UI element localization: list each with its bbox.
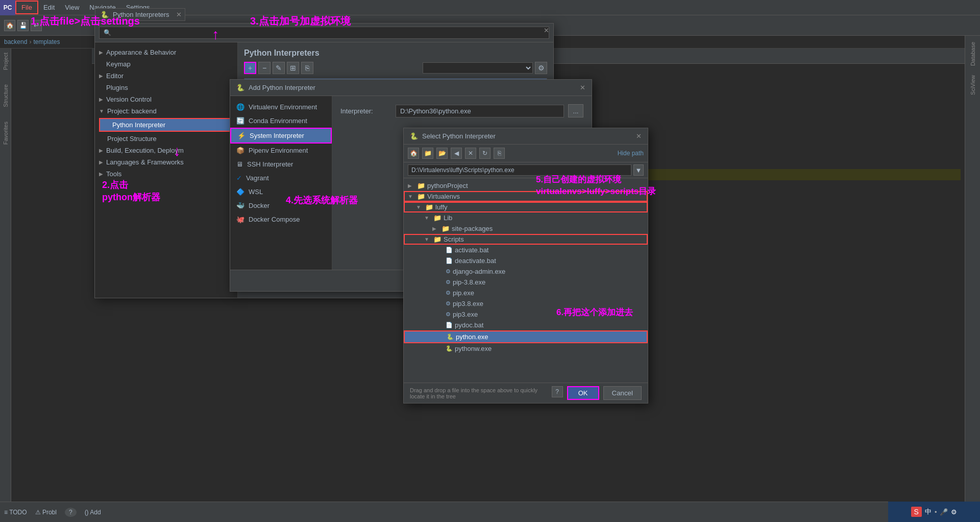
si-new-folder-button[interactable]: 📂 (436, 148, 448, 159)
toolbar-btn-1[interactable]: 🏠 (4, 20, 15, 31)
sidebar-tab-sciview[interactable]: SciView (968, 71, 978, 99)
select-interp-help-button[interactable]: ? (552, 386, 563, 397)
tree-scripts[interactable]: ▼ 📁 Scripts (404, 234, 648, 245)
pipenv-label: Pipenv Environment (249, 147, 308, 154)
interpreter-path-input[interactable] (396, 105, 564, 117)
vtab-structure[interactable]: Structure (2, 82, 10, 109)
tree-activate-bat[interactable]: ▶ 📄 activate.bat (404, 245, 648, 255)
filter-interpreter-button[interactable]: ⊞ (287, 62, 299, 74)
interpreters-close-button[interactable]: ✕ (544, 27, 549, 34)
path-dropdown-button[interactable]: ▼ (633, 164, 644, 176)
virtualenv-item[interactable]: 🌐 Virtualenv Environment (230, 100, 332, 114)
todo-tab[interactable]: ≡ TODO (4, 509, 27, 516)
help-btn[interactable]: ? (65, 508, 77, 517)
select-interp-cancel-button[interactable]: Cancel (603, 386, 642, 400)
si-back-button[interactable]: ◀ (451, 148, 462, 159)
tree-python-project[interactable]: ▶ 📁 pythonProject (404, 180, 648, 191)
tree-pip3-8[interactable]: ▶ ⚙ pip3.8.exe (404, 298, 648, 309)
tree-pydoc[interactable]: ▶ 📄 pydoc.bat (404, 320, 648, 330)
wsl-icon: 🔷 (236, 188, 244, 196)
settings-tree: ▶ Appearance & Behavior ▶ Keymap ▶ Edito… (95, 42, 238, 298)
tree-label-pip3: pip3.exe (453, 311, 478, 318)
tree-python-exe[interactable]: ▶ 🐍 python.exe (404, 330, 648, 343)
copy-interpreter-button[interactable]: ⎘ (301, 62, 313, 74)
toolbar-btn-2[interactable]: 💾 (17, 20, 29, 31)
tree-label-pip38: pip-3.8.exe (453, 278, 485, 286)
pipenv-item[interactable]: 📦 Pipenv Environment (230, 144, 332, 157)
settings-project[interactable]: ▼ Project: backend (95, 105, 237, 117)
add-interpreter-button[interactable]: + (244, 62, 256, 74)
tree-pip3[interactable]: ▶ ⚙ pip3.exe (404, 309, 648, 320)
settings-gear-button[interactable]: ⚙ (535, 62, 547, 74)
settings-editor[interactable]: ▶ Editor (95, 70, 237, 82)
vagrant-item[interactable]: ✓ Vagrant (230, 171, 332, 185)
interpreter-browse-button[interactable]: ... (568, 104, 583, 117)
settings-vcs[interactable]: ▶ Version Control (95, 93, 237, 105)
toolbar-btn-3[interactable]: ↩ (31, 20, 42, 31)
tree-label-python-project: pythonProject (427, 182, 468, 189)
tree-luffy[interactable]: ▼ 📁 luffy (404, 202, 648, 212)
docker-item[interactable]: 🐳 Docker (230, 199, 332, 212)
settings-build[interactable]: ▶ Build, Execution, Deploym (95, 145, 237, 156)
hide-path-link[interactable]: Hide path (618, 150, 644, 157)
si-copy-button[interactable]: ⎘ (494, 148, 505, 159)
interp-dialog-close[interactable]: ✕ (176, 11, 182, 18)
select-interp-close-button[interactable]: ✕ (636, 132, 642, 140)
settings-python-interpreter[interactable]: Python Interpreter (99, 118, 233, 132)
run-text[interactable]: () Add (85, 509, 101, 516)
breadcrumb-backend[interactable]: backend (4, 38, 27, 45)
conda-label: Conda Environment (249, 117, 307, 125)
tree-django-admin[interactable]: ▶ ⚙ django-admin.exe (404, 266, 648, 277)
vtab-project[interactable]: Project (2, 51, 10, 72)
settings-tools[interactable]: ▶ Tools (95, 168, 237, 180)
edit-interpreter-button[interactable]: ✎ (273, 62, 285, 74)
breadcrumb-templates[interactable]: templates (33, 38, 60, 45)
keymap-label: Keymap (106, 60, 131, 68)
settings-appearance[interactable]: ▶ Appearance & Behavior (95, 46, 237, 58)
interpreter-select[interactable] (423, 62, 533, 74)
si-home-button[interactable]: 🏠 (408, 148, 419, 159)
system-interpreter-item[interactable]: ⚡ System Interpreter (230, 128, 332, 144)
add-interp-close-button[interactable]: ✕ (580, 84, 585, 91)
wsl-label: WSL (249, 188, 263, 196)
settings-project-structure[interactable]: Project Structure (95, 133, 237, 145)
tree-virtualenvs[interactable]: ▼ 📁 Virtualenvs (404, 191, 648, 202)
path-input-field[interactable] (408, 164, 631, 176)
conda-item[interactable]: 🔄 Conda Environment (230, 114, 332, 128)
vagrant-label: Vagrant (246, 174, 269, 182)
tree-label-deactivate: deactivate.bat (455, 257, 496, 265)
select-interp-title-bar: 🐍 Select Python Interpreter ✕ (404, 128, 648, 145)
tree-pythonw[interactable]: ▶ 🐍 pythonw.exe (404, 343, 648, 354)
sidebar-tab-database[interactable]: Database (968, 38, 978, 70)
tree-pip[interactable]: ▶ ⚙ pip.exe (404, 288, 648, 298)
tree-deactivate-bat[interactable]: ▶ 📄 deactivate.bat (404, 255, 648, 266)
appearance-label: Appearance & Behavior (106, 49, 176, 56)
settings-languages[interactable]: ▶ Languages & Frameworks (95, 156, 237, 168)
select-interp-ok-button[interactable]: OK (567, 386, 599, 400)
tree-pip38[interactable]: ▶ ⚙ pip-3.8.exe (404, 277, 648, 288)
file-pip3-8: ⚙ (446, 300, 451, 307)
settings-plugins[interactable]: ▶ Plugins (95, 82, 237, 93)
si-refresh-button[interactable]: ↻ (479, 148, 491, 159)
tree-lib[interactable]: ▼ 📁 Lib (404, 212, 648, 223)
settings-keymap[interactable]: ▶ Keymap (95, 58, 237, 70)
file-pydoc: 📄 (446, 322, 453, 328)
tree-label-pip: pip.exe (453, 289, 474, 297)
interpreters-title-bar: 🐍 Python Interpreters ✕ (95, 8, 185, 21)
remove-interpreter-button[interactable]: − (258, 62, 271, 74)
menu-view[interactable]: View (60, 2, 84, 13)
docker-compose-item[interactable]: 🐙 Docker Compose (230, 212, 332, 226)
menu-file[interactable]: File (15, 1, 38, 14)
tree-site-packages[interactable]: ▶ 📁 site-packages (404, 223, 648, 234)
interp-dialog-icon: 🐍 (101, 11, 109, 18)
folder-virtualenvs: 📁 (417, 193, 425, 200)
vtab-favorites[interactable]: Favorites (2, 120, 10, 147)
wsl-item[interactable]: 🔷 WSL (230, 185, 332, 199)
add-interp-title: Add Python Interpreter (249, 84, 315, 91)
si-delete-button[interactable]: ✕ (465, 148, 476, 159)
ssh-item[interactable]: 🖥 SSH Interpreter (230, 157, 332, 171)
si-folder-button[interactable]: 📁 (422, 148, 433, 159)
problems-tab[interactable]: ⚠ Probl (35, 509, 57, 516)
search-input[interactable] (99, 27, 549, 39)
menu-edit[interactable]: Edit (38, 2, 60, 13)
